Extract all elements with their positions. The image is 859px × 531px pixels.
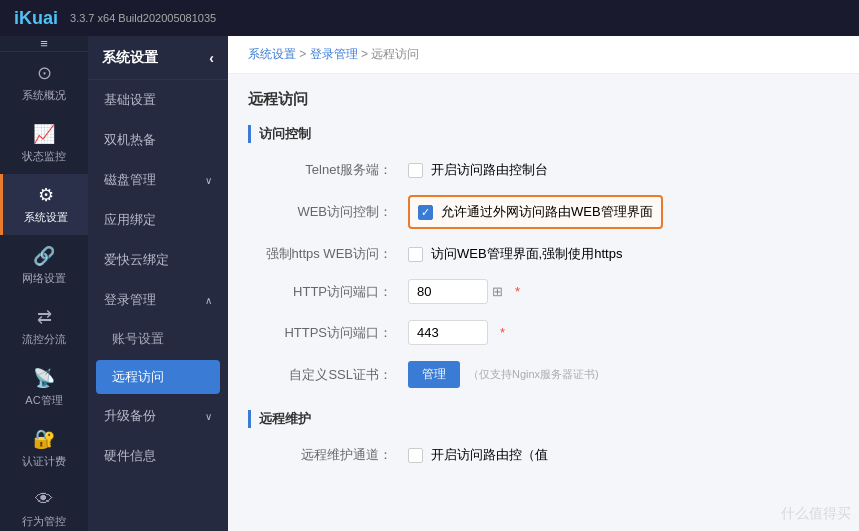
breadcrumb-item-3: 远程访问	[371, 47, 419, 61]
remote-maintenance-checkbox[interactable]	[408, 448, 423, 463]
remote-maintenance-checkbox-label: 开启访问路由控（值	[431, 446, 548, 464]
http-port-input-container: ⊞	[408, 279, 503, 304]
http-port-required: *	[515, 284, 520, 299]
topbar: iKuai 3.3.7 x64 Build202005081035	[0, 0, 859, 36]
sidebar-mid-remote-access[interactable]: 远程访问	[96, 360, 220, 394]
sidebar-mid-label-upgrade-backup: 升级备份	[104, 407, 156, 425]
https-port-input[interactable]	[408, 320, 488, 345]
upgrade-backup-chevron-icon: ∨	[205, 411, 212, 422]
https-port-label: HTTPS访问端口：	[248, 324, 408, 342]
http-port-icon: ⊞	[492, 284, 503, 299]
sidebar-label-system-overview: 系统概况	[22, 88, 66, 103]
sidebar-mid-label-login-manage: 登录管理	[104, 291, 156, 309]
behavior-control-icon: 👁	[35, 489, 53, 510]
sidebar-item-ac-manage[interactable]: 📡 AC管理	[0, 357, 88, 418]
telnet-checkbox[interactable]	[408, 163, 423, 178]
telnet-checkbox-label: 开启访问路由控制台	[431, 161, 548, 179]
sidebar-mid-label-ikuai-bind: 爱快云绑定	[104, 251, 169, 269]
watermark: 什么值得买	[781, 505, 851, 523]
sidebar-mid-label-account-settings: 账号设置	[112, 331, 164, 346]
web-access-checkbox[interactable]: ✓	[418, 205, 433, 220]
sidebar-label-ac-manage: AC管理	[25, 393, 62, 408]
web-access-value: ✓ 允许通过外网访问路由WEB管理界面	[408, 195, 839, 229]
system-settings-icon: ⚙	[38, 184, 54, 206]
form-row-telnet: Telnet服务端： 开启访问路由控制台	[248, 153, 839, 187]
breadcrumb: 系统设置 > 登录管理 > 远程访问	[228, 36, 859, 74]
sidebar-mid-login-manage[interactable]: 登录管理 ∧	[88, 280, 228, 320]
sidebar-mid-label-app-bind: 应用绑定	[104, 211, 156, 229]
sidebar-mid-dual-machine[interactable]: 双机热备	[88, 120, 228, 160]
section-remote-maintenance: 远程维护	[248, 410, 839, 428]
breadcrumb-separator-1: >	[299, 47, 309, 61]
form-row-web-access: WEB访问控制： ✓ 允许通过外网访问路由WEB管理界面	[248, 187, 839, 237]
sidebar-mid-account-settings[interactable]: 账号设置	[88, 320, 228, 358]
menu-toggle[interactable]: ≡	[0, 36, 88, 52]
ssl-hint: （仅支持Nginx服务器证书)	[468, 367, 599, 382]
breadcrumb-item-2: 登录管理	[310, 47, 358, 61]
web-access-highlighted-row: ✓ 允许通过外网访问路由WEB管理界面	[408, 195, 663, 229]
sidebar-label-auth-billing: 认证计费	[22, 454, 66, 469]
content-area: 系统设置 > 登录管理 > 远程访问 远程访问 访问控制 Telnet服务端： …	[228, 36, 859, 531]
auth-billing-icon: 🔐	[33, 428, 55, 450]
sidebar-item-network-settings[interactable]: 🔗 网络设置	[0, 235, 88, 296]
sidebar-item-status-monitor[interactable]: 📈 状态监控	[0, 113, 88, 174]
force-https-value: 访问WEB管理界面,强制使用https	[408, 245, 839, 263]
ssl-manage-button[interactable]: 管理	[408, 361, 460, 388]
flow-control-icon: ⇄	[37, 306, 52, 328]
hamburger-icon: ≡	[40, 36, 48, 51]
ac-manage-icon: 📡	[33, 367, 55, 389]
login-manage-chevron-icon: ∧	[205, 295, 212, 306]
app-logo: iKuai	[14, 8, 58, 29]
app-version: 3.3.7 x64 Build202005081035	[70, 12, 216, 24]
sidebar-item-system-settings[interactable]: ⚙ 系统设置	[0, 174, 88, 235]
sidebar-item-system-overview[interactable]: ⊙ 系统概况	[0, 52, 88, 113]
sidebar-mid-label-dual-machine: 双机热备	[104, 131, 156, 149]
sidebar-mid-basic-settings[interactable]: 基础设置	[88, 80, 228, 120]
sidebar-mid-label-hardware-info: 硬件信息	[104, 447, 156, 465]
custom-ssl-value: 管理 （仅支持Nginx服务器证书)	[408, 361, 839, 388]
sidebar-mid-app-bind[interactable]: 应用绑定	[88, 200, 228, 240]
status-monitor-icon: 📈	[33, 123, 55, 145]
sidebar-mid: 系统设置 ‹ 基础设置 双机热备 磁盘管理 ∨ 应用绑定 爱快云绑定 登录管理 …	[88, 36, 228, 531]
force-https-label: 强制https WEB访问：	[248, 245, 408, 263]
form-row-http-port: HTTP访问端口： ⊞ *	[248, 271, 839, 312]
sidebar-mid-disk-manage[interactable]: 磁盘管理 ∨	[88, 160, 228, 200]
sidebar-left: ≡ ⊙ 系统概况 📈 状态监控 ⚙ 系统设置 🔗 网络设置 ⇄ 流控分流 📡 A…	[0, 36, 88, 531]
page-content: 远程访问 访问控制 Telnet服务端： 开启访问路由控制台 WEB访问控制： …	[228, 74, 859, 488]
system-overview-icon: ⊙	[37, 62, 52, 84]
custom-ssl-label: 自定义SSL证书：	[248, 366, 408, 384]
sidebar-mid-collapse-icon[interactable]: ‹	[209, 50, 214, 66]
disk-manage-chevron-icon: ∨	[205, 175, 212, 186]
sidebar-mid-upgrade-backup[interactable]: 升级备份 ∨	[88, 396, 228, 436]
http-port-value: ⊞ *	[408, 279, 839, 304]
form-row-force-https: 强制https WEB访问： 访问WEB管理界面,强制使用https	[248, 237, 839, 271]
sidebar-label-flow-control: 流控分流	[22, 332, 66, 347]
http-port-input[interactable]	[408, 279, 488, 304]
telnet-label: Telnet服务端：	[248, 161, 408, 179]
https-port-input-container	[408, 320, 488, 345]
form-row-remote-maintenance: 远程维护通道： 开启访问路由控（值	[248, 438, 839, 472]
sidebar-mid-hardware-info[interactable]: 硬件信息	[88, 436, 228, 476]
web-access-checkbox-label: 允许通过外网访问路由WEB管理界面	[441, 203, 653, 221]
sidebar-label-network-settings: 网络设置	[22, 271, 66, 286]
http-port-label: HTTP访问端口：	[248, 283, 408, 301]
remote-maintenance-value: 开启访问路由控（值	[408, 446, 839, 464]
form-row-custom-ssl: 自定义SSL证书： 管理 （仅支持Nginx服务器证书)	[248, 353, 839, 396]
sidebar-mid-header: 系统设置 ‹	[88, 36, 228, 80]
sidebar-mid-title: 系统设置	[102, 49, 158, 67]
sidebar-label-behavior-control: 行为管控	[22, 514, 66, 529]
force-https-checkbox[interactable]	[408, 247, 423, 262]
sidebar-item-flow-control[interactable]: ⇄ 流控分流	[0, 296, 88, 357]
sidebar-label-status-monitor: 状态监控	[22, 149, 66, 164]
sidebar-mid-ikuai-bind[interactable]: 爱快云绑定	[88, 240, 228, 280]
sidebar-item-behavior-control[interactable]: 👁 行为管控	[0, 479, 88, 531]
sidebar-mid-label-disk-manage: 磁盘管理	[104, 171, 156, 189]
sidebar-label-system-settings: 系统设置	[24, 210, 68, 225]
https-port-required: *	[500, 325, 505, 340]
telnet-value: 开启访问路由控制台	[408, 161, 839, 179]
network-settings-icon: 🔗	[33, 245, 55, 267]
remote-maintenance-label: 远程维护通道：	[248, 446, 408, 464]
page-title: 远程访问	[248, 90, 839, 109]
sidebar-item-auth-billing[interactable]: 🔐 认证计费	[0, 418, 88, 479]
breadcrumb-separator-2: >	[361, 47, 371, 61]
